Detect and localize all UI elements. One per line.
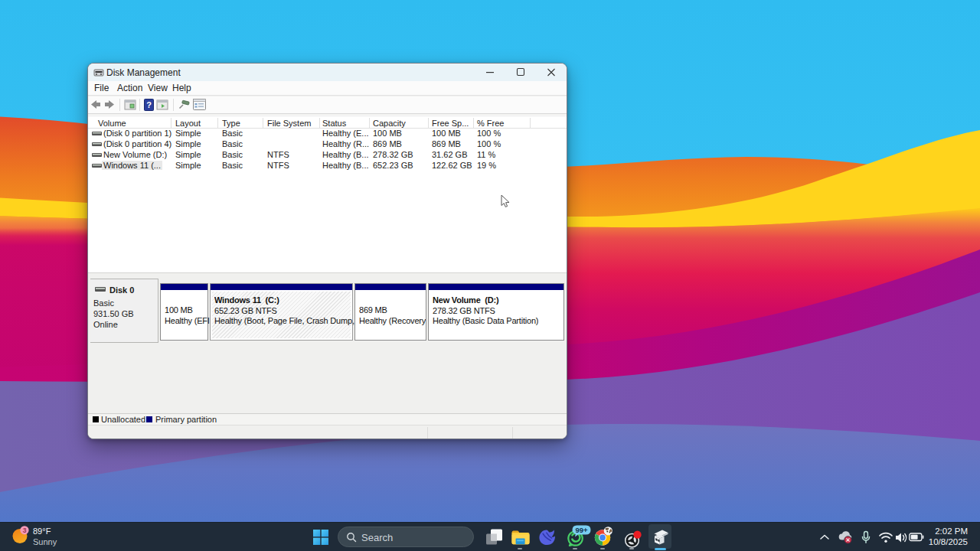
svg-text:3: 3 (23, 527, 27, 534)
svg-text:?: ? (146, 100, 152, 109)
svg-text:99+: 99+ (575, 526, 588, 534)
